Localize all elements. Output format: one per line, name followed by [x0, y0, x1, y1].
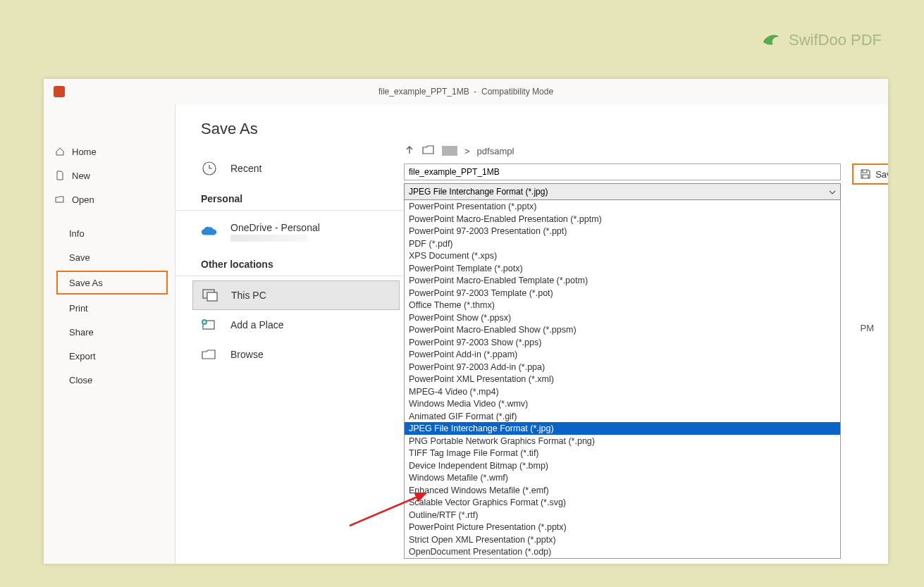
nav-open-label: Open — [72, 194, 94, 205]
location-onedrive-label: OneDrive - Personal — [230, 222, 320, 233]
save-disk-icon — [860, 168, 871, 180]
nav-save-label: Save — [69, 252, 90, 263]
nav-print[interactable]: Print — [44, 296, 175, 320]
nav-save-as-label: Save As — [69, 278, 103, 288]
location-this-pc[interactable]: This PC — [192, 280, 400, 310]
new-file-icon — [55, 171, 65, 180]
breadcrumb-separator: > — [464, 146, 470, 156]
up-folder-button[interactable] — [404, 144, 415, 158]
format-option[interactable]: Windows Metafile (*.wmf) — [405, 471, 840, 484]
format-option[interactable]: PowerPoint Macro-Enabled Presentation (*… — [405, 213, 840, 225]
format-option[interactable]: Windows Media Video (*.wmv) — [405, 397, 840, 410]
format-option[interactable]: Animated GIF Format (*.gif) — [405, 410, 840, 423]
powerpoint-window: file_example_PPT_1MB - Compatibility Mod… — [44, 79, 888, 564]
format-option[interactable]: Scalable Vector Graphics Format (*.svg) — [405, 496, 840, 509]
format-option[interactable]: OpenDocument Presentation (*.odp) — [405, 545, 840, 558]
format-option[interactable]: PDF (*.pdf) — [405, 237, 840, 250]
format-option[interactable]: PowerPoint XML Presentation (*.xml) — [405, 373, 840, 385]
format-option[interactable]: PowerPoint Template (*.potx) — [405, 262, 840, 275]
browse-folder-icon — [201, 348, 218, 361]
dropdown-caret-icon — [829, 187, 836, 197]
save-button[interactable]: Save — [852, 163, 888, 185]
folder-icon[interactable] — [422, 145, 435, 157]
filename-input-value: file_example_PPT_1MB — [409, 167, 500, 177]
format-option[interactable]: PowerPoint 97-2003 Template (*.pot) — [405, 287, 840, 299]
format-option[interactable]: PowerPoint Show (*.ppsx) — [405, 311, 840, 324]
nav-close[interactable]: Close — [44, 368, 175, 392]
nav-new-label: New — [72, 171, 90, 181]
section-personal-header: Personal — [175, 183, 404, 211]
watermark-text: SwifDoo PDF — [789, 31, 882, 49]
nav-share-label: Share — [69, 327, 94, 338]
path-redacted-segment — [442, 146, 457, 156]
format-option[interactable]: PNG Portable Network Graphics Format (*.… — [405, 435, 840, 447]
format-option[interactable]: PowerPoint Macro-Enabled Template (*.pot… — [405, 274, 840, 287]
title-bar-text: file_example_PPT_1MB - Compatibility Mod… — [378, 87, 553, 97]
svg-rect-2 — [207, 292, 217, 301]
format-option[interactable]: PowerPoint 97-2003 Show (*.pps) — [405, 336, 840, 349]
nav-new[interactable]: New — [44, 163, 175, 187]
location-add-place-label: Add a Place — [230, 319, 284, 330]
format-option[interactable]: Enhanced Windows Metafile (*.emf) — [405, 484, 840, 497]
filename-input[interactable]: file_example_PPT_1MB — [404, 163, 841, 180]
open-folder-icon — [55, 194, 65, 204]
location-browse[interactable]: Browse — [175, 340, 404, 369]
location-add-place[interactable]: Add a Place — [175, 310, 404, 340]
onedrive-account-redacted — [230, 235, 308, 242]
nav-close-label: Close — [69, 375, 92, 385]
nav-open[interactable]: Open — [44, 187, 175, 211]
location-recent[interactable]: Recent — [175, 154, 404, 183]
format-option[interactable]: Outline/RTF (*.rtf) — [405, 509, 840, 521]
save-as-panel: Save As Recent Personal OneDrive - Perso… — [175, 104, 888, 564]
format-option[interactable]: PowerPoint Picture Presentation (*.pptx) — [405, 521, 840, 533]
format-option[interactable]: PowerPoint 97-2003 Add-in (*.ppa) — [405, 361, 840, 373]
home-icon — [55, 147, 65, 156]
file-format-select[interactable]: JPEG File Interchange Format (*.jpg) — [404, 183, 841, 200]
format-option[interactable]: PowerPoint 97-2003 Presentation (*.ppt) — [405, 225, 840, 237]
file-format-dropdown[interactable]: PowerPoint Presentation (*.pptx)PowerPoi… — [404, 200, 841, 559]
location-onedrive[interactable]: OneDrive - Personal — [175, 215, 404, 249]
swifdoo-logo-icon — [760, 30, 782, 51]
format-option[interactable]: XPS Document (*.xps) — [405, 249, 840, 262]
format-option[interactable]: MPEG-4 Video (*.mp4) — [405, 385, 840, 398]
location-browse-label: Browse — [230, 349, 264, 360]
file-time-peek: PM — [861, 323, 875, 333]
format-option[interactable]: PowerPoint Macro-Enabled Show (*.ppsm) — [405, 323, 840, 336]
format-option[interactable]: Strict Open XML Presentation (*.pptx) — [405, 533, 840, 546]
nav-save[interactable]: Save — [44, 245, 175, 269]
watermark-brand: SwifDoo PDF — [760, 30, 882, 51]
format-option[interactable]: PowerPoint Presentation (*.pptx) — [405, 200, 840, 213]
this-pc-icon — [202, 288, 218, 302]
backstage-nav-rail: Home New Open Info Save — [44, 104, 175, 564]
nav-home-label: Home — [72, 147, 97, 157]
format-option[interactable]: JPEG File Interchange Format (*.jpg) — [405, 422, 840, 435]
format-option[interactable]: Device Independent Bitmap (*.bmp) — [405, 459, 840, 472]
breadcrumb-path: > pdfsampl — [404, 141, 877, 161]
powerpoint-app-icon — [54, 86, 65, 97]
nav-export[interactable]: Export — [44, 344, 175, 368]
section-other-header: Other locations — [175, 249, 404, 276]
location-recent-label: Recent — [230, 163, 261, 174]
add-place-icon — [201, 318, 218, 332]
format-option[interactable]: PowerPoint Add-in (*.ppam) — [405, 348, 840, 361]
breadcrumb-segment[interactable]: pdfsampl — [477, 146, 515, 156]
title-bar: file_example_PPT_1MB - Compatibility Mod… — [44, 79, 888, 104]
format-option[interactable]: Office Theme (*.thmx) — [405, 299, 840, 311]
save-locations-column: Recent Personal OneDrive - Personal Othe… — [175, 154, 404, 564]
save-details-column: > pdfsampl file_example_PPT_1MB JPEG Fil… — [404, 141, 877, 564]
nav-export-label: Export — [69, 351, 96, 362]
location-this-pc-label: This PC — [231, 290, 266, 301]
file-format-selected-label: JPEG File Interchange Format (*.jpg) — [409, 187, 548, 197]
nav-print-label: Print — [69, 303, 88, 314]
format-option[interactable]: TIFF Tag Image File Format (*.tif) — [405, 447, 840, 459]
nav-info[interactable]: Info — [44, 221, 175, 245]
save-button-label: Save — [875, 169, 888, 180]
nav-info-label: Info — [69, 228, 85, 239]
nav-save-as[interactable]: Save As — [56, 271, 168, 295]
onedrive-cloud-icon — [201, 225, 218, 238]
clock-icon — [201, 160, 218, 177]
nav-home[interactable]: Home — [44, 140, 175, 163]
nav-share[interactable]: Share — [44, 320, 175, 344]
